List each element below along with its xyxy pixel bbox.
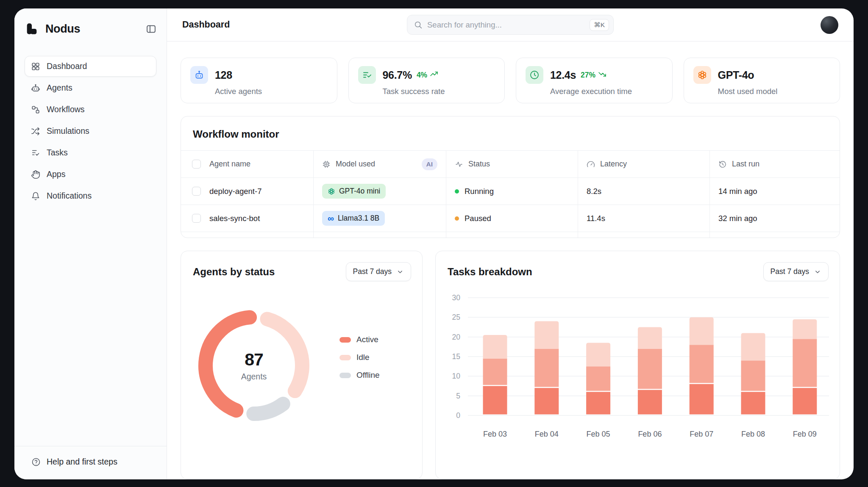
panel-title: Workflow monitor [181, 116, 840, 150]
svg-text:25: 25 [452, 313, 460, 321]
svg-text:Feb 06: Feb 06 [638, 430, 662, 438]
openai-icon [693, 66, 711, 84]
svg-text:30: 30 [452, 293, 461, 302]
meta-logo-icon: ∞ [328, 214, 334, 223]
stat-value: GPT-4o [718, 69, 754, 81]
list-check-icon [31, 148, 40, 158]
bot-icon [31, 83, 40, 93]
table-row[interactable]: social-marketing ∞ Llama3.1 70B Running … [181, 232, 840, 238]
row-checkbox[interactable] [192, 187, 201, 196]
checklist-icon [358, 66, 376, 84]
stat-card-execution-time: 12.4s 27% Average execution time [516, 58, 673, 103]
date-range-dropdown[interactable]: Past 7 days [346, 262, 411, 281]
help-link[interactable]: Help and first steps [14, 446, 167, 479]
column-header-last-run: Last run [732, 160, 760, 169]
legend-swatch [339, 373, 351, 378]
svg-text:0: 0 [456, 411, 460, 420]
svg-text:Feb 07: Feb 07 [690, 430, 713, 438]
stat-label: Active agents [215, 87, 262, 96]
stat-label: Average execution time [550, 87, 632, 96]
sidebar-item-dashboard[interactable]: Dashboard [25, 56, 156, 77]
stat-label: Most used model [718, 87, 778, 96]
row-checkbox[interactable] [192, 214, 201, 223]
nodus-logo-icon [25, 21, 40, 36]
logo-row: Nodus [25, 8, 156, 49]
sidebar-item-tasks[interactable]: Tasks [25, 142, 156, 163]
svg-text:5: 5 [456, 392, 460, 400]
search-shortcut-badge: ⌘K [590, 19, 609, 31]
openai-logo-icon [328, 188, 335, 195]
app-window: Nodus Dashboard [14, 8, 854, 479]
table-row[interactable]: deploy-agent-7 GPT-4o mini [181, 177, 840, 205]
legend-label: Offline [356, 371, 380, 380]
sidebar-item-simulations[interactable]: Simulations [25, 121, 156, 141]
table-header-row: Agent name Model used AI [181, 150, 840, 177]
chevron-down-icon [396, 268, 404, 276]
ai-badge: AI [422, 158, 438, 170]
stat-delta: 4% [417, 70, 438, 80]
status-dot [455, 189, 459, 194]
sidebar-item-label: Agents [47, 83, 72, 93]
legend-swatch [339, 337, 351, 343]
select-all-checkbox[interactable] [192, 160, 201, 169]
sidebar-item-label: Dashboard [47, 61, 87, 71]
last-run-value: 14 min ago [718, 187, 757, 196]
latency-value: 11.4s [587, 214, 605, 223]
gauge-icon [587, 160, 595, 169]
stat-card-most-used-model: GPT-4o Most used model [684, 58, 840, 103]
agent-name: sales-sync-bot [209, 214, 260, 223]
charts-row: Agents by status Past 7 days [181, 251, 840, 479]
bot-icon [190, 66, 208, 84]
donut-segment-idle [267, 319, 302, 391]
sidebar-item-agents[interactable]: Agents [25, 77, 156, 98]
svg-text:20: 20 [452, 333, 461, 341]
main-area: Dashboard Search for anything... ⌘K [167, 8, 854, 479]
activity-icon [455, 160, 463, 169]
donut-segment-offline [253, 404, 283, 414]
sidebar-item-label: Simulations [47, 126, 89, 136]
search-placeholder: Search for anything... [427, 20, 585, 30]
table-row[interactable]: sales-sync-bot ∞ Llama3.1 8B Paused 11.4… [181, 205, 840, 232]
sidebar-item-apps[interactable]: Apps [25, 164, 156, 185]
workflow-monitor-panel: Workflow monitor Agent name Mo [181, 116, 840, 238]
tasks-breakdown-card: Tasks breakdown Past 7 days 051015202530… [435, 251, 840, 479]
search-icon [414, 20, 423, 29]
sidebar-item-label: Tasks [47, 148, 68, 158]
legend-label: Idle [356, 353, 370, 362]
sidebar-item-workflows[interactable]: Workflows [25, 99, 156, 120]
history-icon [718, 160, 727, 169]
clock-icon [526, 66, 543, 84]
chart-title: Agents by status [193, 266, 275, 278]
svg-text:Feb 04: Feb 04 [535, 430, 559, 438]
status-label: Paused [465, 214, 491, 223]
workflow-icon [31, 105, 40, 114]
svg-text:Feb 08: Feb 08 [741, 430, 765, 438]
model-badge: ∞ Llama3.1 8B [322, 211, 385, 226]
column-header-agent: Agent name [209, 160, 250, 169]
search-input[interactable]: Search for anything... ⌘K [407, 15, 614, 35]
sidebar-item-label: Workflows [47, 105, 85, 114]
cpu-icon [322, 160, 331, 169]
bell-icon [31, 191, 40, 201]
chart-title: Tasks breakdown [448, 266, 532, 278]
sidebar-toggle-icon[interactable] [146, 24, 156, 34]
sidebar-item-label: Apps [47, 169, 65, 179]
status-label: Running [465, 187, 494, 196]
stacked-bar-chart: 051015202530Feb 03Feb 04Feb 05Feb 06Feb … [436, 251, 840, 479]
dashboard-content: 128 Active agents 96.7% [167, 42, 854, 479]
help-circle-icon [31, 457, 41, 467]
legend-item: Idle [339, 353, 380, 362]
svg-text:Feb 09: Feb 09 [793, 430, 817, 438]
column-header-status: Status [468, 160, 490, 169]
svg-text:Feb 03: Feb 03 [483, 430, 507, 438]
date-range-dropdown[interactable]: Past 7 days [763, 262, 829, 281]
donut-chart: 87 Agents [190, 302, 317, 429]
hand-icon [31, 170, 40, 179]
agents-by-status-card: Agents by status Past 7 days [181, 251, 423, 479]
avatar[interactable] [821, 16, 838, 34]
stat-delta: 27% [581, 70, 606, 80]
trending-down-icon [598, 70, 606, 80]
sidebar-item-notifications[interactable]: Notifications [25, 185, 156, 206]
agent-name: deploy-agent-7 [209, 187, 262, 196]
legend-item: Offline [339, 371, 380, 380]
